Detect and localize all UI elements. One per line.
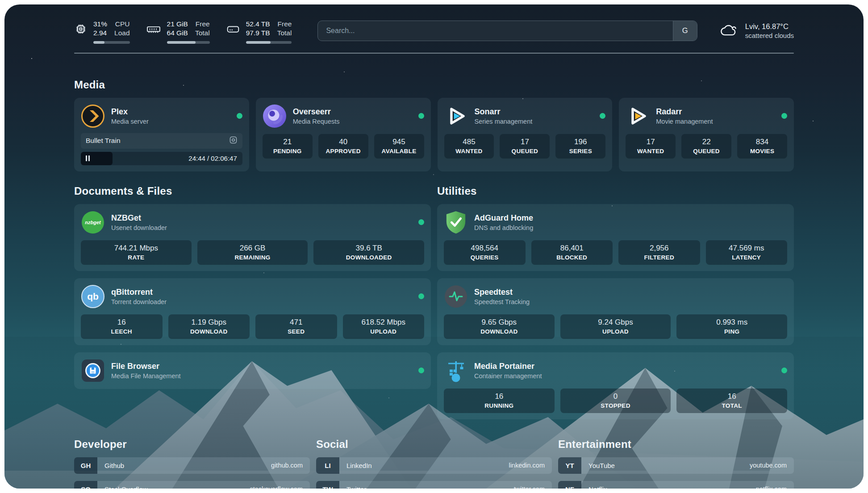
disk-free-value: 52.4 TB: [246, 20, 270, 29]
pause-button[interactable]: [86, 155, 90, 161]
app-name: Media Portainer: [474, 362, 542, 371]
stat-box: 16LEECH: [81, 314, 163, 339]
section-title-entertainment: Entertainment: [558, 438, 794, 451]
app-subtitle: Series management: [475, 118, 533, 125]
status-dot: [418, 219, 424, 225]
app-card-adguard[interactable]: AdGuard Home DNS and adblocking 498,564Q…: [437, 204, 794, 271]
cpu-progress-bar: [93, 41, 130, 44]
stat-box: 471SEED: [255, 314, 337, 339]
app-name: AdGuard Home: [474, 213, 533, 223]
stat-box: 744.21 MbpsRATE: [81, 240, 192, 265]
qbittorrent-icon: qb: [81, 284, 105, 309]
now-playing-row: Bullet Train: [81, 133, 242, 149]
now-playing-title: Bullet Train: [86, 137, 121, 145]
stat-box: 21PENDING: [263, 134, 313, 159]
portainer-crane-icon: [444, 359, 468, 383]
app-name: NZBGet: [111, 213, 167, 223]
bookmark-row-youtube[interactable]: YT YouTube youtube.com: [558, 457, 794, 474]
bookmark-abbr: TW: [316, 481, 339, 489]
section-title-developer: Developer: [74, 438, 310, 451]
bookmark-url: linkedin.com: [509, 457, 552, 474]
app-name: Plex: [111, 107, 149, 117]
section-title-utilities: Utilities: [437, 185, 794, 197]
status-dot: [781, 113, 787, 119]
bookmark-row-twitter[interactable]: TW Twitter twitter.com: [316, 481, 552, 489]
adguard-shield-icon: [444, 210, 468, 234]
header-divider: [74, 53, 794, 54]
app-card-nzbget[interactable]: nzbget NZBGet Usenet downloader 74: [74, 204, 431, 271]
section-developer: Developer GH Github github.com SO StackO…: [74, 438, 310, 489]
weather-location-temp: Lviv, 16.87°C: [745, 22, 794, 31]
bookmark-url: stackoverflow.com: [250, 481, 310, 489]
bookmark-row-stackoverflow[interactable]: SO StackOverflow stackoverflow.com: [74, 481, 310, 489]
status-dot: [418, 113, 424, 119]
dashboard-window: 31% 2.94 CPU Load: [4, 4, 864, 489]
section-entertainment: Entertainment YT YouTube youtube.com NF …: [558, 438, 794, 489]
app-name: Radarr: [656, 107, 713, 117]
app-subtitle: Media server: [111, 118, 149, 125]
section-documents: Documents & Files nzbget: [74, 185, 431, 419]
snow-specks: [31, 58, 32, 59]
bookmark-url: netflix.com: [756, 481, 794, 489]
app-card-sonarr[interactable]: Sonarr Series management 485WANTED 17QUE…: [438, 98, 613, 171]
app-name: Overseerr: [293, 107, 340, 117]
weather-widget: Lviv, 16.87°C scattered clouds: [720, 22, 794, 40]
playback-time: 24:44 / 02:06:47: [188, 155, 242, 162]
stat-box: 1.19 GbpsDOWNLOAD: [168, 314, 250, 339]
nzbget-icon: nzbget: [81, 210, 105, 234]
status-dot: [418, 368, 424, 373]
stat-box: 17WANTED: [626, 134, 676, 159]
disk-progress-bar: [246, 41, 292, 44]
app-card-speedtest[interactable]: Speedtest Speedtest Tracking 9.65 GbpsDO…: [437, 278, 794, 345]
bookmark-abbr: NF: [558, 481, 581, 489]
disk-total-value: 97.9 TB: [246, 29, 270, 38]
status-dot: [237, 113, 242, 119]
search-bar: G: [317, 21, 697, 41]
app-card-qbittorrent[interactable]: qb qBittorrent Torrent downloader: [74, 278, 431, 345]
stat-box: 16RUNNING: [444, 389, 555, 413]
section-title-social: Social: [316, 438, 552, 451]
bookmark-row-github[interactable]: GH Github github.com: [74, 457, 310, 474]
stat-box: 196SERIES: [555, 134, 605, 159]
app-card-plex[interactable]: Plex Media server Bullet Train: [74, 98, 249, 171]
stat-box: 2,956FILTERED: [618, 240, 700, 265]
stat-box: 0STOPPED: [560, 389, 671, 413]
search-input[interactable]: [318, 27, 672, 35]
app-card-portainer[interactable]: Media Portainer Container management 16R…: [437, 352, 794, 419]
stat-box: 834MOVIES: [737, 134, 787, 159]
bookmark-abbr: LI: [316, 457, 339, 474]
app-subtitle: Container management: [474, 372, 542, 380]
filebrowser-icon: [81, 359, 105, 383]
playback-progress: 24:44 / 02:06:47: [81, 152, 242, 165]
bookmark-row-linkedin[interactable]: LI LinkedIn linkedin.com: [316, 457, 552, 474]
app-card-filebrowser[interactable]: File Browser Media File Management: [74, 352, 431, 389]
cpu-chip-icon: [74, 22, 88, 36]
search-engine-button[interactable]: G: [673, 21, 697, 41]
bookmark-name: Github: [97, 457, 124, 474]
disk-total-label: Total: [277, 29, 292, 38]
disk-free-label: Free: [278, 20, 292, 29]
bookmark-name: StackOverflow: [97, 481, 148, 489]
ram-progress-bar: [167, 41, 210, 44]
ram-total-label: Total: [195, 29, 210, 38]
hard-drive-icon: [226, 22, 240, 36]
svg-text:qb: qb: [87, 291, 99, 301]
status-dot: [418, 293, 424, 299]
stat-box: 945AVAILABLE: [374, 134, 424, 159]
app-card-radarr[interactable]: Radarr Movie management 17WANTED 22QUEUE…: [619, 98, 794, 171]
bookmark-name: YouTube: [581, 457, 615, 474]
bookmark-abbr: SO: [74, 481, 97, 489]
app-card-overseerr[interactable]: Overseerr Media Requests 21PENDING 40APP…: [256, 98, 431, 171]
plex-icon: [81, 104, 105, 128]
bookmark-name: LinkedIn: [339, 457, 372, 474]
app-name: File Browser: [111, 362, 181, 371]
section-media: Media Plex Media server: [74, 79, 794, 171]
app-name: Speedtest: [474, 288, 530, 297]
bookmark-row-netflix[interactable]: NF Netflix netflix.com: [558, 481, 794, 489]
ram-free-value: 21 GiB: [167, 20, 188, 29]
weather-condition: scattered clouds: [745, 32, 794, 39]
memory-widget: 21 GiB 64 GiB Free Total: [146, 20, 210, 44]
bookmark-abbr: YT: [558, 457, 581, 474]
stat-box: 498,564QUERIES: [444, 240, 526, 265]
playback-progress-fill: [81, 152, 113, 165]
